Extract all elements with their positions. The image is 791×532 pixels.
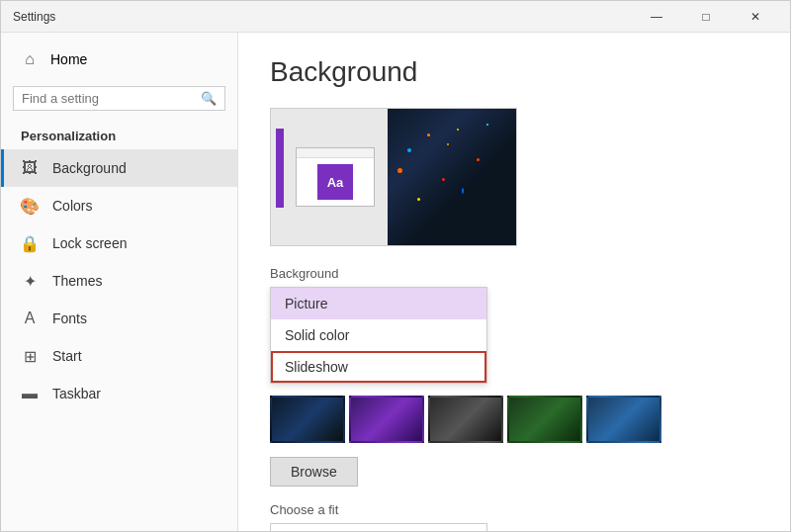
light-dot: [477, 158, 480, 161]
title-bar: Settings — □ ✕: [1, 1, 790, 33]
minimize-button[interactable]: —: [634, 1, 679, 33]
sidebar-item-fonts[interactable]: A Fonts: [1, 300, 237, 337]
dropdown-option-solid-color[interactable]: Solid color: [271, 319, 486, 351]
dropdown-options-list: Picture Solid color Slideshow: [270, 287, 487, 384]
background-section-label: Background: [270, 266, 758, 281]
fit-dropdown[interactable]: Center ⌄: [270, 523, 487, 531]
sidebar-item-themes[interactable]: ✦ Themes: [1, 262, 237, 300]
start-icon: ⊞: [21, 347, 39, 365]
thumbnail-4[interactable]: [507, 396, 582, 443]
dropdown-option-slideshow[interactable]: Slideshow: [271, 351, 486, 383]
lock-icon: 🔒: [21, 234, 39, 252]
light-dot: [486, 124, 488, 126]
preview-right: [388, 109, 516, 245]
sidebar: ⌂ Home 🔍 Personalization 🖼 Background 🎨 …: [1, 33, 238, 531]
light-dot: [462, 188, 464, 194]
light-dot: [407, 148, 411, 152]
page-title: Background: [270, 56, 758, 88]
window-controls: — □ ✕: [634, 1, 778, 33]
background-icon: 🖼: [21, 159, 39, 177]
light-dot: [417, 198, 420, 201]
nav-label-taskbar: Taskbar: [52, 386, 101, 401]
nav-label-start: Start: [52, 348, 82, 364]
light-dot: [427, 133, 430, 136]
preview-sidebar-bar: [276, 129, 284, 208]
colors-icon: 🎨: [21, 197, 39, 215]
sidebar-item-background[interactable]: 🖼 Background: [1, 149, 237, 187]
thumbnail-1[interactable]: [270, 396, 345, 443]
sidebar-item-colors[interactable]: 🎨 Colors: [1, 187, 237, 224]
search-box[interactable]: 🔍: [13, 86, 225, 111]
sidebar-item-lock-screen[interactable]: 🔒 Lock screen: [1, 224, 237, 262]
light-dot: [447, 143, 449, 145]
choose-fit-label: Choose a fit: [270, 502, 758, 517]
themes-icon: ✦: [21, 272, 39, 290]
browse-button[interactable]: Browse: [270, 457, 358, 487]
background-dropdown[interactable]: Picture Solid color Slideshow: [270, 287, 487, 384]
preview-mock-titlebar: [297, 148, 374, 158]
nav-label-themes: Themes: [52, 273, 103, 289]
home-icon: ⌂: [21, 50, 39, 68]
window-body: ⌂ Home 🔍 Personalization 🖼 Background 🎨 …: [1, 33, 790, 531]
window-title: Settings: [13, 10, 634, 24]
close-button[interactable]: ✕: [733, 1, 778, 33]
thumbnails-row: [270, 396, 758, 443]
preview-left: Aa: [271, 109, 399, 245]
dropdown-option-picture[interactable]: Picture: [271, 288, 486, 319]
sidebar-item-home[interactable]: ⌂ Home: [1, 41, 237, 78]
taskbar-icon: ▬: [21, 385, 39, 402]
home-label: Home: [50, 51, 87, 67]
nav-label-lock: Lock screen: [52, 235, 127, 251]
city-lights-bg: [388, 109, 516, 245]
nav-label-background: Background: [52, 160, 127, 176]
fonts-icon: A: [21, 310, 39, 327]
thumbnail-2[interactable]: [349, 396, 424, 443]
preview-area: Aa: [270, 108, 517, 246]
main-content: Background Aa: [238, 33, 790, 531]
thumbnail-5[interactable]: [586, 396, 661, 443]
light-dot: [397, 168, 402, 173]
maximize-button[interactable]: □: [683, 1, 729, 33]
search-icon: 🔍: [201, 91, 217, 106]
nav-label-fonts: Fonts: [52, 310, 87, 326]
settings-window: Settings — □ ✕ ⌂ Home 🔍 Personalization …: [0, 0, 791, 532]
preview-window-mock: Aa: [296, 147, 375, 207]
thumbnail-3[interactable]: [428, 396, 503, 443]
nav-label-colors: Colors: [52, 198, 92, 214]
search-input[interactable]: [22, 91, 195, 106]
light-dot: [457, 129, 459, 131]
sidebar-item-start[interactable]: ⊞ Start: [1, 337, 237, 375]
personalization-label: Personalization: [1, 119, 237, 149]
preview-aa-box: Aa: [317, 164, 353, 200]
light-dot: [442, 178, 445, 181]
sidebar-item-taskbar[interactable]: ▬ Taskbar: [1, 375, 237, 412]
